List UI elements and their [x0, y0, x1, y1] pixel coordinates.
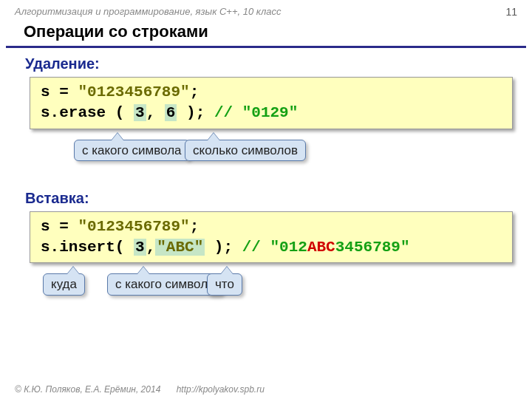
insert-comment-red: ABC: [307, 239, 335, 256]
insert-callout-from: с какого символа: [107, 273, 223, 296]
erase-arg2: 6: [165, 104, 177, 121]
slide-header: Алгоритмизация и программирование, язык …: [0, 0, 532, 19]
code-text: s.insert(: [41, 239, 134, 256]
code-text: s =: [41, 218, 78, 235]
insert-comment-a: // "012: [242, 239, 307, 256]
course-name: Алгоритмизация и программирование, язык …: [15, 6, 281, 18]
erase-callout-from: с какого символа: [74, 140, 190, 162]
insert-arg1: 3: [134, 239, 146, 256]
erase-label: Удаление:: [0, 48, 532, 77]
code-text: );: [177, 104, 214, 121]
code-string: "0123456789": [78, 218, 189, 235]
insert-label: Вставка:: [0, 183, 532, 211]
copyright: © К.Ю. Поляков, Е.А. Ерёмин, 2014: [15, 384, 160, 395]
code-text: ;: [190, 218, 200, 235]
insert-callout-where: куда: [43, 273, 85, 296]
code-text: ,: [146, 239, 156, 256]
page-title: Операции со строками: [6, 19, 526, 48]
code-text: s.erase (: [41, 104, 134, 121]
insert-callout-what: что: [207, 273, 242, 296]
insert-callouts: куда с какого символа что: [30, 263, 513, 316]
erase-arg1: 3: [134, 104, 146, 121]
code-text: s =: [41, 83, 78, 100]
erase-comment: // "0129": [214, 104, 298, 121]
erase-codebox: s = "0123456789"; s.erase ( 3, 6 ); // "…: [30, 77, 513, 129]
code-string: "0123456789": [78, 83, 189, 100]
code-text: ;: [190, 83, 200, 100]
insert-arg2: "ABC": [155, 239, 205, 256]
slide-footer: © К.Ю. Поляков, Е.А. Ерёмин, 2014 http:/…: [15, 384, 265, 395]
code-text: ,: [146, 104, 165, 121]
insert-codebox: s = "0123456789"; s.insert( 3,"ABC" ); /…: [30, 211, 513, 264]
insert-comment-b: 3456789": [335, 239, 410, 256]
footer-url: http://kpolyakov.spb.ru: [177, 384, 265, 395]
code-text: );: [205, 239, 242, 256]
erase-callouts: с какого символа сколько символов: [30, 129, 513, 183]
page-number: 11: [505, 6, 517, 18]
erase-callout-count: сколько символов: [185, 140, 306, 162]
